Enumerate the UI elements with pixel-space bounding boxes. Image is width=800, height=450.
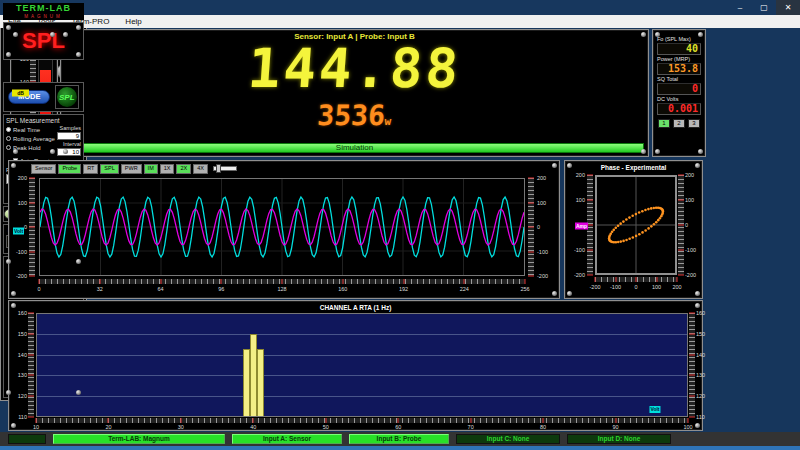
status-term-lab-magnum: Term-LAB: Magnum bbox=[53, 434, 225, 444]
tick-label: 100 bbox=[652, 284, 661, 290]
major-tick bbox=[678, 175, 684, 176]
screw-icon bbox=[11, 291, 16, 296]
logo-subtitle: MAGNUM bbox=[3, 14, 84, 19]
radio-icon bbox=[6, 127, 11, 132]
radio-option-rolling-average[interactable]: Rolling Average bbox=[6, 134, 55, 143]
scope-button-1x[interactable]: 1X bbox=[160, 164, 175, 174]
major-tick bbox=[615, 277, 616, 282]
screw-icon bbox=[641, 32, 646, 37]
scope-button-sensor[interactable]: Sensor bbox=[31, 164, 56, 174]
memory-button-2[interactable]: 2 bbox=[673, 119, 685, 128]
screw-icon bbox=[50, 149, 55, 154]
scope-button-rt[interactable]: RT bbox=[83, 164, 98, 174]
screw-icon bbox=[567, 291, 572, 296]
close-icon[interactable]: ✕ bbox=[776, 0, 800, 15]
radio-icon bbox=[6, 145, 11, 150]
volt-axis-marker: Volt bbox=[649, 406, 660, 413]
major-tick bbox=[678, 250, 684, 251]
memory-button-3[interactable]: 3 bbox=[688, 119, 700, 128]
scope-ruler-left bbox=[29, 178, 35, 276]
scope-x-axis: 0326496128160192224256 bbox=[39, 286, 525, 294]
tick-label: 10 bbox=[33, 424, 39, 430]
tick-label: 96 bbox=[218, 286, 224, 292]
maximize-icon[interactable]: ▢ bbox=[752, 0, 776, 15]
samples-input[interactable]: 9 bbox=[57, 132, 81, 140]
rta-title: CHANNEL A RTA (1 Hz) bbox=[9, 304, 702, 311]
phase-ruler-right bbox=[678, 175, 684, 275]
major-tick bbox=[28, 375, 34, 376]
major-tick bbox=[528, 178, 534, 179]
memory-button-1[interactable]: 1 bbox=[658, 119, 670, 128]
radio-label: Rolling Average bbox=[13, 136, 55, 142]
readouts-panel: Fo (SPL Max) 40 Power (MRP) 153.8 SQ Tot… bbox=[652, 29, 706, 157]
screw-icon bbox=[76, 52, 81, 57]
tick-label: 160 bbox=[18, 310, 27, 316]
phase-lissajous bbox=[597, 177, 675, 273]
major-tick bbox=[29, 276, 35, 277]
tick-label: 200 bbox=[672, 284, 681, 290]
major-tick bbox=[677, 277, 678, 282]
major-tick bbox=[587, 275, 593, 276]
menu-item-help[interactable]: Help bbox=[117, 17, 149, 26]
major-tick bbox=[221, 279, 222, 284]
sq-total-label: SQ Total bbox=[657, 76, 701, 82]
tick-label: -200 bbox=[685, 272, 696, 278]
tick-label: 160 bbox=[338, 286, 347, 292]
tick-label: 200 bbox=[685, 172, 694, 178]
spl-globe-button[interactable]: SPL bbox=[55, 85, 79, 109]
brand-logo: TERM-LAB MAGNUM bbox=[3, 3, 84, 20]
tick-label: 150 bbox=[18, 331, 27, 337]
major-tick bbox=[28, 396, 34, 397]
major-tick bbox=[678, 275, 684, 276]
phase-title: Phase - Experimental bbox=[565, 164, 702, 171]
spl-globe-icon: SPL bbox=[57, 87, 77, 107]
radio-option-real-time[interactable]: Real Time bbox=[6, 125, 55, 134]
tick-label: 140 bbox=[18, 352, 27, 358]
scope-button-spl[interactable]: SPL bbox=[100, 164, 118, 174]
major-tick bbox=[282, 279, 283, 284]
major-tick bbox=[39, 279, 40, 284]
major-tick bbox=[528, 202, 534, 203]
screw-icon bbox=[6, 25, 11, 30]
tick-label: 50 bbox=[323, 424, 329, 430]
scope-button-im[interactable]: IM bbox=[144, 164, 158, 174]
major-tick bbox=[28, 313, 34, 314]
status-input-a-sensor: Input A: Sensor bbox=[232, 434, 342, 444]
logo-title: TERM-LAB bbox=[3, 3, 84, 14]
tick-label: 256 bbox=[520, 286, 529, 292]
minimize-icon[interactable]: – bbox=[728, 0, 752, 15]
major-tick bbox=[595, 277, 596, 282]
gridline bbox=[37, 375, 687, 376]
dc-volts-label: DC Volts bbox=[657, 96, 701, 102]
major-tick bbox=[99, 279, 100, 284]
mode-section: MODE SPL bbox=[3, 82, 84, 112]
screw-icon bbox=[11, 163, 16, 168]
db-unit-marker: dB bbox=[12, 90, 29, 97]
scope-button-2x[interactable]: 2X bbox=[176, 164, 191, 174]
tick-label: 200 bbox=[18, 175, 27, 181]
screw-icon bbox=[11, 303, 16, 308]
interval-input[interactable]: 10 bbox=[57, 148, 81, 156]
major-tick bbox=[160, 279, 161, 284]
tick-label: 200 bbox=[537, 175, 546, 181]
scope-button-probe[interactable]: Probe bbox=[58, 164, 81, 174]
tick-label: 70 bbox=[468, 424, 474, 430]
menu-bar: FileToolsTerm-PROHelp bbox=[0, 15, 800, 28]
screw-icon bbox=[6, 52, 11, 57]
rta-ruler-bottom bbox=[36, 418, 688, 423]
phase-panel: Phase - Experimental Amp 2001000-100-200… bbox=[564, 160, 703, 299]
slider-handle[interactable] bbox=[216, 164, 221, 173]
tick-label: 200 bbox=[576, 172, 585, 178]
scope-zoom-slider[interactable] bbox=[213, 166, 237, 171]
rta-plot-area bbox=[36, 313, 688, 417]
tick-label: 64 bbox=[157, 286, 163, 292]
tick-label: 30 bbox=[178, 424, 184, 430]
scope-button-pwr[interactable]: PWR bbox=[121, 164, 142, 174]
rta-bar-39hz bbox=[243, 349, 250, 416]
dc-volts-value: 0.001 bbox=[657, 103, 701, 115]
rta-y-axis-left: 160150140130120110 bbox=[11, 313, 27, 417]
major-tick bbox=[525, 279, 526, 284]
main-display-panel: Sensor: Input A | Probe: Input B 144.88 … bbox=[60, 29, 649, 157]
scope-button-4x[interactable]: 4X bbox=[193, 164, 208, 174]
major-tick bbox=[29, 202, 35, 203]
